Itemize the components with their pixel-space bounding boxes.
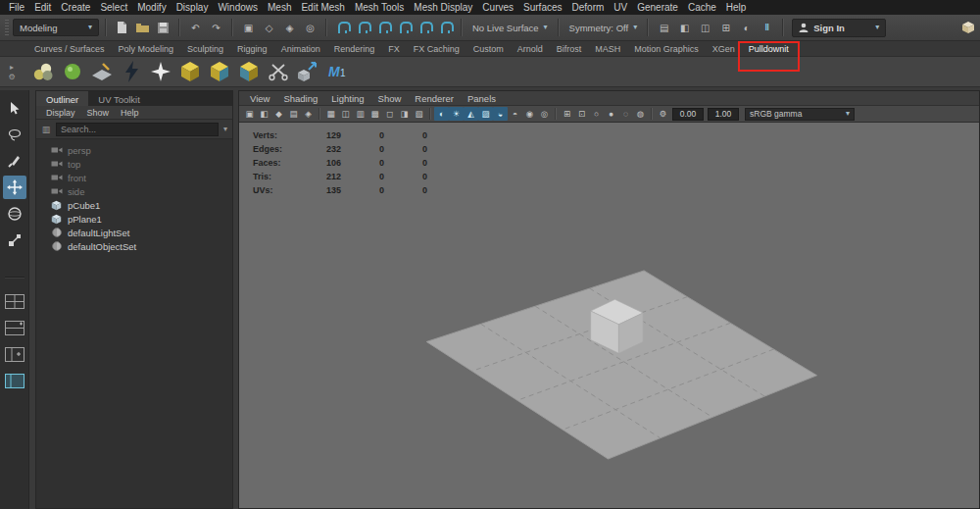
render-view-icon[interactable]: ▤ bbox=[655, 19, 673, 36]
menu-file[interactable]: File bbox=[4, 2, 29, 13]
open-scene-icon[interactable] bbox=[133, 19, 152, 36]
move-tool[interactable] bbox=[3, 176, 26, 199]
render-settings-icon[interactable]: ⊞ bbox=[716, 19, 735, 36]
shelf-tab-poly-modeling[interactable]: Poly Modeling bbox=[112, 42, 181, 56]
snap-point-icon[interactable] bbox=[374, 19, 393, 36]
shelf-menu-icon[interactable]: ▸ bbox=[10, 63, 14, 72]
select-object-icon[interactable]: ◇ bbox=[260, 19, 278, 36]
shaded-mode-icon[interactable]: ☀ bbox=[449, 107, 464, 121]
rotate-tool[interactable] bbox=[3, 202, 26, 226]
shelf-icon-green-sphere[interactable] bbox=[60, 59, 85, 84]
joints-xray-icon[interactable]: ⊡ bbox=[574, 107, 589, 121]
shelf-icon-logo[interactable]: M1 bbox=[324, 59, 350, 84]
select-tool[interactable] bbox=[3, 96, 26, 120]
shelf-tab-rigging[interactable]: Rigging bbox=[230, 42, 274, 56]
menu-mesh-display[interactable]: Mesh Display bbox=[409, 2, 477, 13]
snap-view-plane-icon[interactable] bbox=[416, 19, 434, 36]
display-layer-icon[interactable]: ◐ bbox=[737, 19, 756, 36]
shelf-tab-sculpting[interactable]: Sculpting bbox=[180, 42, 230, 56]
view-transform-dropdown[interactable]: sRGB gamma ▾ bbox=[745, 108, 855, 121]
paint-select-tool[interactable] bbox=[3, 149, 26, 173]
shelf-tab-bifrost[interactable]: Bifrost bbox=[550, 42, 589, 56]
shelf-icon-star[interactable] bbox=[148, 59, 173, 84]
ambient-occlusion-icon[interactable]: ◓ bbox=[508, 107, 522, 121]
exposure-field[interactable] bbox=[672, 108, 704, 121]
save-scene-icon[interactable] bbox=[154, 19, 172, 36]
outliner-item-defaultlightset[interactable]: defaultLightSet bbox=[36, 226, 232, 239]
xray-icon[interactable]: ⊞ bbox=[560, 107, 574, 121]
image-plane-icon[interactable]: ▤ bbox=[286, 107, 301, 121]
menu-modify[interactable]: Modify bbox=[132, 2, 171, 13]
outliner-menu-help[interactable]: Help bbox=[115, 108, 145, 118]
outliner-item-side[interactable]: side bbox=[36, 184, 232, 198]
viewport-menu-panels[interactable]: Panels bbox=[461, 93, 503, 104]
lasso-tool[interactable] bbox=[3, 123, 26, 146]
shelf-tab-fx-caching[interactable]: FX Caching bbox=[407, 42, 466, 56]
anti-alias-icon[interactable]: ◎ bbox=[537, 107, 552, 121]
workspace-icon[interactable] bbox=[958, 19, 977, 36]
shelf-tab-custom[interactable]: Custom bbox=[466, 42, 511, 56]
shelf-icon-yellow-cube[interactable] bbox=[177, 59, 203, 84]
grease-pencil-icon[interactable]: ◈ bbox=[301, 107, 316, 121]
outliner-item-defaultobjectset[interactable]: defaultObjectSet bbox=[36, 239, 232, 253]
menu-create[interactable]: Create bbox=[56, 2, 95, 13]
textured-mode-icon[interactable]: ◭ bbox=[464, 107, 478, 121]
scale-tool[interactable] bbox=[3, 229, 26, 252]
menu-surfaces[interactable]: Surfaces bbox=[518, 2, 566, 13]
shelf-icon-scissors[interactable] bbox=[266, 59, 291, 84]
select-hierarchy-icon[interactable]: ▣ bbox=[239, 19, 258, 36]
viewport-menu-show[interactable]: Show bbox=[371, 93, 409, 104]
outliner-item-front[interactable]: front bbox=[36, 171, 232, 184]
gear-icon[interactable]: ⚙ bbox=[8, 73, 15, 81]
menu-uv[interactable]: UV bbox=[609, 2, 632, 13]
layout-stacked-button[interactable] bbox=[3, 318, 26, 337]
grid-icon[interactable]: ▦ bbox=[323, 107, 338, 121]
field-chart-icon[interactable]: ◻ bbox=[382, 107, 397, 121]
layout-outliner-persp-button[interactable] bbox=[3, 371, 26, 390]
menu-help[interactable]: Help bbox=[721, 2, 752, 13]
shadows-icon[interactable]: ◒ bbox=[493, 107, 508, 121]
snap-projected-center-icon[interactable] bbox=[395, 19, 414, 36]
shelf-tab-fx[interactable]: FX bbox=[381, 42, 407, 56]
film-gate-icon[interactable]: ◫ bbox=[338, 107, 353, 121]
isolate-select-icon[interactable]: ○ bbox=[589, 107, 604, 121]
chevron-down-icon[interactable]: ▾ bbox=[221, 125, 229, 133]
tab-outliner[interactable]: Outliner bbox=[36, 91, 88, 106]
outliner-menu-show[interactable]: Show bbox=[81, 108, 116, 118]
use-all-lights-icon[interactable]: ▨ bbox=[478, 107, 493, 121]
undo-icon[interactable]: ↶ bbox=[186, 19, 205, 36]
motion-blur-icon[interactable]: ◉ bbox=[522, 107, 537, 121]
viewport-menu-lighting[interactable]: Lighting bbox=[324, 93, 370, 104]
ipr-render-icon[interactable]: ◫ bbox=[696, 19, 714, 36]
shelf-tab-rendering[interactable]: Rendering bbox=[327, 42, 382, 56]
pause-evaluation-icon[interactable]: ‖ bbox=[758, 19, 776, 36]
new-scene-icon[interactable] bbox=[113, 19, 131, 36]
menu-deform[interactable]: Deform bbox=[567, 2, 610, 13]
shelf-tab-arnold[interactable]: Arnold bbox=[511, 42, 550, 56]
menu-curves[interactable]: Curves bbox=[477, 2, 518, 13]
search-input[interactable] bbox=[56, 123, 219, 136]
shelf-icon-lightning[interactable] bbox=[119, 59, 144, 84]
menu-cache[interactable]: Cache bbox=[683, 2, 721, 13]
viewport-menu-shading[interactable]: Shading bbox=[276, 93, 324, 104]
shelf-tab-mash[interactable]: MASH bbox=[588, 42, 627, 56]
menu-mesh[interactable]: Mesh bbox=[263, 2, 296, 13]
shelf-icon-spheres-cluster[interactable] bbox=[30, 59, 56, 84]
bookmark-icon[interactable]: ◆ bbox=[271, 107, 286, 121]
symmetry-dropdown[interactable]: Symmetry: Off ▾ bbox=[565, 23, 642, 33]
shelf-icon-teal-cube[interactable] bbox=[236, 59, 262, 84]
outliner-item-pplane1[interactable]: pPlane1 bbox=[36, 212, 232, 226]
selection-mask-icon[interactable]: ◎ bbox=[301, 19, 319, 36]
menu-edit-mesh[interactable]: Edit Mesh bbox=[296, 2, 349, 13]
shelf-tab-curves-surfaces[interactable]: Curves / Surfaces bbox=[27, 42, 112, 56]
shelf-tab-animation[interactable]: Animation bbox=[274, 42, 327, 56]
shelf-tab-motion-graphics[interactable]: Motion Graphics bbox=[627, 42, 706, 56]
shelf-icon-cube-arrow[interactable] bbox=[295, 59, 320, 84]
outliner-item-top[interactable]: top bbox=[36, 157, 232, 171]
make-live-icon[interactable] bbox=[436, 19, 455, 36]
depth-of-field-icon[interactable]: ◌ bbox=[618, 107, 633, 121]
menu-edit[interactable]: Edit bbox=[29, 2, 56, 13]
menu-mesh-tools[interactable]: Mesh Tools bbox=[350, 2, 409, 13]
snap-curve-icon[interactable] bbox=[354, 19, 372, 36]
shelf-tab-pulldownit[interactable]: Pulldownit bbox=[742, 42, 796, 56]
